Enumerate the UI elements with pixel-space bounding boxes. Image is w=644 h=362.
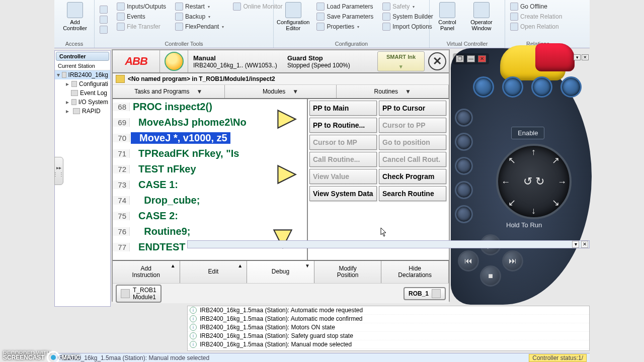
svg-marker-3 (381, 228, 386, 236)
properties-button[interactable]: Properties▾ (314, 22, 375, 31)
side-button-1[interactable] (455, 109, 473, 127)
log-row[interactable]: iIRB2400_16kg_1.5maa (Station): Safety g… (188, 332, 589, 340)
inputs-outputs-button[interactable]: Inputs/Outputs (115, 2, 168, 11)
prog-button-c[interactable] (531, 76, 552, 98)
configuration-editor-button[interactable]: Configuration Editor (277, 2, 309, 40)
events-button[interactable]: Events (115, 12, 168, 21)
load-parameters-button[interactable]: Load Parameters (314, 2, 375, 11)
stop-button[interactable]: ■ (480, 265, 501, 287)
edit-button[interactable]: Edit▲ (180, 261, 248, 283)
svg-marker-1 (278, 165, 295, 183)
robot-chip[interactable]: ROB_1 (404, 287, 446, 300)
status-bar: IRB2400_16kg_1.5maa (Station): Manual mo… (54, 353, 590, 362)
add-instruction-button[interactable]: Add Instruction▲ (113, 261, 180, 283)
config-icon (285, 2, 301, 18)
backup-button[interactable]: Backup▾ (173, 12, 226, 21)
create-relation-button: Create Relation (508, 12, 568, 21)
virtual-joystick: ❐ — ✕ Enable ↑ ↓ ← → ↖ ↗ ↙ ↘ ↺ ↻ Hold To… (451, 48, 592, 305)
tree-header[interactable]: Controller (56, 52, 109, 61)
fp-close-button[interactable]: ✕ (426, 50, 449, 72)
side-button-2[interactable] (455, 133, 473, 151)
tab-routines[interactable]: Routines▼ (337, 85, 449, 98)
prog-button-a[interactable] (473, 76, 494, 98)
info-icon: i (190, 315, 197, 322)
restart-button[interactable]: Restart▾ (173, 2, 226, 11)
menu-pp-to-main[interactable]: PP to Main (309, 101, 377, 116)
panel-expand-handle[interactable]: ▸▸⋮⋮ (54, 157, 63, 185)
log-row[interactable]: iIRB2400_16kg_1.5maa (Station): Motors O… (188, 323, 589, 332)
debug-menu: PP to MainPP to CursorPP to Routine...Cu… (307, 99, 449, 260)
menu-cursor-to-pp: Cursor to PP (379, 118, 446, 133)
operator-icon[interactable] (160, 50, 188, 72)
panel-dropdown-button[interactable]: ▾ (574, 54, 581, 60)
tree-node-rapid[interactable]: ▸RAPID (55, 107, 110, 116)
flexpendant-window: ABB Manual IRB2400_16kg_1.. (WW1053..) G… (112, 49, 450, 302)
tree-node-eventlog[interactable]: Event Log (55, 88, 110, 98)
ribbon: Add Controller Access Inputs/Outputs Eve… (54, 0, 590, 48)
modify-position-button[interactable]: Modify Position (314, 261, 382, 283)
task-chip[interactable]: T_ROB1Module1 (116, 285, 162, 303)
add-controller-button[interactable]: Add Controller (57, 2, 93, 31)
tree-node-io[interactable]: ▸I/O System (55, 98, 110, 107)
estop-button[interactable] (535, 43, 575, 71)
menu-check-program[interactable]: Check Program (379, 169, 446, 184)
operator-window-icon (473, 2, 490, 18)
step-fwd-button[interactable]: ⏭ (502, 250, 523, 272)
menu-pp-to-routine[interactable]: PP to Routine... (309, 118, 377, 133)
prog-button-d[interactable] (560, 76, 582, 98)
svg-marker-0 (278, 110, 295, 128)
side-button-4[interactable] (455, 181, 473, 199)
code-line[interactable]: 71 TPReadFK nFkey, "Is (113, 146, 307, 161)
panel-close-button[interactable]: ✕ (582, 54, 589, 60)
log-row[interactable]: iIRB2400_16kg_1.5maa (Station): Automati… (188, 306, 589, 315)
go-offline-button[interactable]: Go Offline (508, 2, 568, 11)
ribbon-group-configuration: Configuration (277, 40, 426, 47)
output-log[interactable]: iIRB2400_16kg_1.5maa (Station): Automati… (187, 306, 590, 351)
code-line[interactable]: 74 Drop_cube; (113, 193, 307, 208)
hide-declarations-button[interactable]: Hide Declarations (381, 261, 449, 283)
code-editor[interactable]: 68PROC inspect2()69 MoveAbsJ phome2\No70… (113, 99, 307, 260)
safety-button: Safety▾ (380, 2, 435, 11)
log-row[interactable]: iIRB2400_16kg_1.5maa (Station): Manual m… (188, 340, 589, 349)
side-button-5[interactable] (455, 205, 473, 223)
status-mode: Manual IRB2400_16kg_1.. (WW1053..) (188, 50, 282, 72)
code-line[interactable]: 70 MoveJ *, v1000, z5 (113, 130, 307, 146)
tab-tasks-programs[interactable]: Tasks and Programs▼ (113, 85, 225, 98)
module-icon (116, 75, 125, 83)
flexpendant-button[interactable]: FlexPendant▾ (173, 22, 226, 31)
joy-close-button[interactable]: ✕ (478, 55, 486, 62)
tree-node-configuration[interactable]: ▸Configurati (55, 79, 110, 88)
tab-modules[interactable]: Modules▼ (225, 85, 337, 98)
menu-pp-to-cursor[interactable]: PP to Cursor (379, 101, 446, 116)
smart-ink-button[interactable]: SMART Ink (377, 51, 425, 71)
prog-button-b[interactable] (502, 76, 523, 98)
hold-to-run-label: Hold To Run (506, 221, 542, 229)
cursor-arrow-icon (276, 163, 298, 186)
joystick[interactable]: ↑ ↓ ← → ↖ ↗ ↙ ↘ ↺ ↻ (496, 144, 572, 219)
robot-icon (432, 289, 441, 298)
enable-button[interactable]: Enable (511, 127, 544, 139)
menu-search-routine[interactable]: Search Routine (379, 186, 446, 201)
joy-restore-button[interactable]: ❐ (456, 55, 464, 62)
step-back-button[interactable]: ⏮ (458, 250, 479, 272)
operator-window-button[interactable]: Operator Window (467, 2, 496, 40)
code-line[interactable]: 75 CASE 2: (113, 208, 307, 224)
file-transfer-button: File Transfer (115, 22, 168, 31)
io-icon (71, 99, 76, 105)
log-row[interactable]: iIRB2400_16kg_1.5maa (Station): Automati… (188, 315, 589, 323)
save-parameters-button[interactable]: Save Parameters (314, 12, 375, 21)
side-button-3[interactable] (455, 157, 473, 175)
output-close-button[interactable]: ✕ (581, 241, 588, 248)
system-builder-button[interactable]: System Builder (380, 12, 435, 21)
debug-button[interactable]: Debug▼ (247, 261, 314, 283)
output-dropdown-button[interactable]: ▾ (572, 241, 579, 248)
control-panel-button[interactable]: Control Panel (433, 2, 462, 40)
menu-view-system-data[interactable]: View System Data (309, 186, 377, 201)
joy-minimize-button[interactable]: — (467, 55, 475, 62)
permissions-icon (98, 5, 110, 14)
abb-logo: ABB (113, 50, 160, 72)
controller-icon (62, 72, 66, 78)
watermark-line2: SCREENCASTMATIC (3, 351, 80, 362)
import-options-button[interactable]: Import Options (380, 22, 435, 31)
tree-node-controller[interactable]: ▾IRB2400_16kg (55, 70, 110, 79)
